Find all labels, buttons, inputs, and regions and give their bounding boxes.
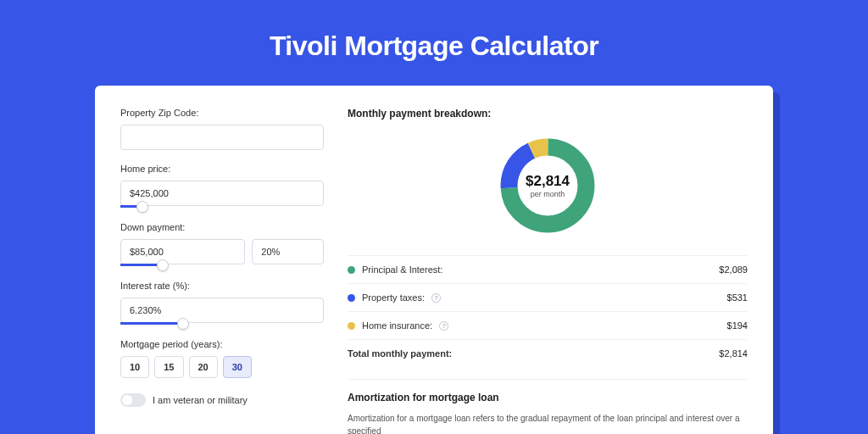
zip-label: Property Zip Code: (120, 108, 324, 118)
page-title: Tivoli Mortgage Calculator (0, 0, 868, 86)
period-label: Mortgage period (years): (120, 339, 324, 349)
period-group: Mortgage period (years): 10 15 20 30 (120, 339, 324, 378)
amortization-text: Amortization for a mortgage loan refers … (348, 412, 748, 434)
legend-label: Home insurance: (362, 320, 432, 331)
legend-row-total: Total monthly payment: $2,814 (348, 339, 748, 367)
breakdown-title: Monthly payment breakdown: (348, 108, 748, 120)
total-value: $2,814 (719, 348, 748, 359)
home-price-group: Home price: (120, 164, 324, 209)
legend-label: Principal & Interest: (362, 264, 442, 275)
veteran-row: I am veteran or military (120, 393, 324, 407)
calculator-card: Property Zip Code: Home price: Down paym… (95, 86, 773, 434)
donut-amount: $2,814 (526, 173, 570, 190)
down-payment-label: Down payment: (120, 222, 324, 232)
zip-input[interactable] (120, 125, 324, 150)
period-btn-10[interactable]: 10 (120, 356, 149, 378)
legend-value: $531 (727, 292, 748, 303)
dot-icon (348, 294, 355, 302)
period-btn-15[interactable]: 15 (154, 356, 183, 378)
interest-label: Interest rate (%): (120, 281, 324, 291)
legend-value: $2,089 (719, 264, 748, 275)
legend-row-insurance: Home insurance: ? $194 (348, 311, 748, 339)
donut-chart: $2,814 per month (497, 135, 598, 236)
down-payment-slider[interactable] (120, 264, 324, 267)
amortization-section: Amortization for mortgage loan Amortizat… (348, 379, 748, 434)
home-price-input[interactable] (120, 181, 324, 206)
veteran-toggle[interactable] (120, 393, 146, 407)
period-btn-20[interactable]: 20 (189, 356, 218, 378)
form-panel: Property Zip Code: Home price: Down paym… (120, 108, 324, 434)
period-btn-30[interactable]: 30 (223, 356, 252, 378)
dot-icon (348, 322, 355, 330)
veteran-label: I am veteran or military (153, 395, 248, 405)
zip-field-group: Property Zip Code: (120, 108, 324, 150)
legend-row-taxes: Property taxes: ? $531 (348, 283, 748, 311)
breakdown-panel: Monthly payment breakdown: $2,814 per mo… (348, 108, 748, 434)
home-price-slider[interactable] (120, 206, 324, 209)
donut-sub: per month (531, 190, 565, 198)
period-buttons: 10 15 20 30 (120, 356, 324, 378)
info-icon[interactable]: ? (439, 321, 448, 331)
legend-value: $194 (727, 320, 748, 331)
interest-group: Interest rate (%): (120, 281, 324, 326)
total-label: Total monthly payment: (348, 348, 452, 359)
legend-label: Property taxes: (362, 292, 425, 303)
down-payment-group: Down payment: (120, 222, 324, 267)
interest-slider[interactable] (120, 323, 324, 326)
dot-icon (348, 266, 355, 274)
home-price-label: Home price: (120, 164, 324, 174)
interest-input[interactable] (120, 298, 324, 323)
info-icon[interactable]: ? (431, 293, 441, 303)
down-payment-input[interactable] (120, 239, 245, 264)
legend-row-principal: Principal & Interest: $2,089 (348, 255, 748, 283)
donut-wrap: $2,814 per month (348, 135, 748, 236)
down-payment-pct-input[interactable] (252, 239, 324, 264)
amortization-title: Amortization for mortgage loan (348, 392, 748, 403)
